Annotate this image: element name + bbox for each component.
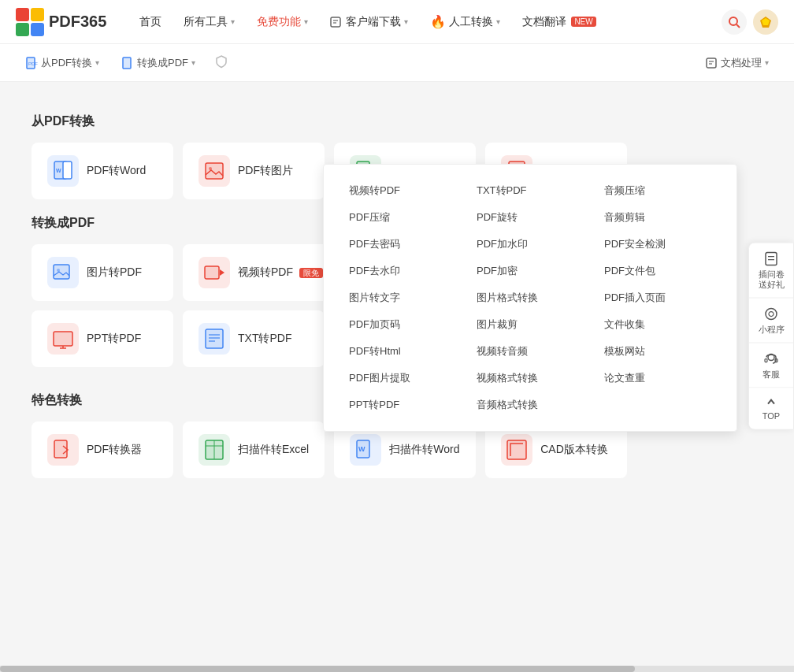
- dropdown-item-pdf-rotate[interactable]: PDF旋转: [467, 204, 593, 231]
- card-icon: [198, 434, 230, 466]
- headset-icon: [763, 351, 779, 367]
- toolbar: PDF 从PDF转换 ▾ 转换成PDF ▾ 文档处理 ▾: [0, 44, 794, 82]
- dropdown-item-pdf-security-check[interactable]: PDF安全检测: [595, 231, 721, 258]
- nav-human-convert[interactable]: 🔥 人工转换 ▾: [421, 9, 510, 34]
- svg-rect-3: [31, 23, 44, 36]
- dropdown-item-pdf-add-page-num[interactable]: PDF加页码: [339, 311, 466, 338]
- svg-rect-14: [707, 58, 716, 68]
- questionnaire-button[interactable]: 插问卷送好礼: [749, 243, 793, 298]
- card-label: PPT转PDF: [87, 332, 141, 346]
- dropdown-item-pdf-unlock[interactable]: PDF去密码: [339, 231, 466, 258]
- card-video-to-pdf[interactable]: 视频转PDF 限免: [183, 244, 339, 301]
- doc-process-button[interactable]: 文档处理 ▾: [696, 51, 778, 75]
- pro-badge: NEW: [571, 17, 596, 27]
- chevron-down-icon: ▾: [496, 17, 500, 26]
- card-label: 视频转PDF 限免: [238, 265, 323, 280]
- card-label: PDF转换器: [87, 443, 142, 457]
- dropdown-item-pdf-compress[interactable]: PDF压缩: [339, 204, 466, 231]
- back-to-top-button[interactable]: TOP: [749, 388, 793, 429]
- svg-point-7: [729, 17, 737, 25]
- to-pdf-button[interactable]: 转换成PDF ▾: [112, 51, 205, 75]
- card-img-to-pdf[interactable]: 图片转PDF: [32, 244, 173, 301]
- nav-home[interactable]: 首页: [130, 10, 171, 34]
- header: PDF365 首页 所有工具 ▾ 免费功能 ▾ 客户端下载 ▾ 🔥 人工转换 ▾…: [0, 0, 794, 44]
- card-ppt-to-pdf[interactable]: PPT转PDF: [32, 310, 173, 367]
- card-label: TXT转PDF: [238, 332, 291, 346]
- svg-marker-37: [220, 269, 224, 276]
- shield-icon: [214, 54, 228, 71]
- card-pdf-converter[interactable]: PDF转换器: [32, 421, 173, 478]
- card-label: 图片转PDF: [87, 265, 142, 280]
- dropdown-item-audio-format-convert[interactable]: 音频格式转换: [467, 392, 593, 418]
- dropdown-item-file-collect[interactable]: 文件收集: [595, 311, 721, 338]
- card-icon: [47, 323, 79, 355]
- svg-rect-32: [54, 265, 69, 279]
- dropdown-item-pdf-package[interactable]: PDF文件包: [595, 258, 721, 284]
- dropdown-item-pdf-remove-watermark[interactable]: PDF去水印: [339, 258, 466, 284]
- nav-doc-translate[interactable]: 文档翻译 NEW: [513, 10, 605, 34]
- dropdown-item-ocr[interactable]: 图片转文字: [339, 284, 466, 311]
- questionnaire-icon: [763, 251, 779, 266]
- svg-rect-72: [766, 252, 777, 265]
- svg-rect-2: [16, 23, 29, 36]
- from-pdf-button[interactable]: PDF 从PDF转换 ▾: [16, 51, 109, 75]
- miniapp-button[interactable]: 小程序: [749, 298, 793, 343]
- dropdown-item-pdf-extract-img[interactable]: PDF图片提取: [339, 365, 466, 392]
- customer-service-button[interactable]: 客服: [749, 343, 793, 388]
- header-right: [722, 9, 778, 35]
- svg-point-75: [766, 308, 777, 319]
- dropdown-item-pdf-encrypt[interactable]: PDF加密: [467, 258, 593, 284]
- chevron-down-icon: ▾: [231, 17, 235, 26]
- card-label: 扫描件转Word: [389, 443, 459, 457]
- nav-all-tools[interactable]: 所有工具 ▾: [174, 10, 244, 34]
- dropdown-item-video-format-convert[interactable]: 视频格式转换: [467, 365, 593, 392]
- toolbar-right: 文档处理 ▾: [696, 51, 778, 75]
- card-icon: W: [350, 434, 381, 466]
- svg-rect-78: [765, 359, 767, 362]
- vip-button[interactable]: [753, 9, 778, 35]
- dropdown-item-video-to-audio[interactable]: 视频转音频: [467, 338, 593, 365]
- logo-text: PDF365: [49, 13, 106, 31]
- right-sidebar: 插问卷送好礼 小程序 客服 TOP: [748, 242, 794, 430]
- free-features-dropdown: 视频转PDF PDF压缩 PDF去密码 PDF去水印 图片转文字 PDF加页码 …: [323, 164, 737, 432]
- logo[interactable]: PDF365: [16, 8, 106, 36]
- card-icon: [198, 323, 230, 355]
- card-label: CAD版本转换: [540, 443, 608, 457]
- svg-rect-12: [123, 58, 131, 69]
- chevron-down-icon: ▾: [304, 17, 308, 26]
- limited-badge: 限免: [299, 268, 323, 278]
- dropdown-item-pdf-add-watermark[interactable]: PDF加水印: [467, 231, 593, 258]
- card-scan-to-excel[interactable]: 扫描件转Excel: [183, 421, 325, 478]
- top-label: TOP: [762, 411, 780, 421]
- dropdown-item-template-site[interactable]: 模板网站: [595, 338, 721, 365]
- svg-rect-61: [54, 440, 67, 458]
- nav-download[interactable]: 客户端下载 ▾: [321, 10, 417, 34]
- svg-text:W: W: [358, 445, 365, 453]
- miniapp-icon: [763, 306, 779, 321]
- svg-rect-20: [63, 162, 72, 179]
- card-icon: [47, 434, 79, 466]
- dropdown-item-img-crop[interactable]: 图片裁剪: [467, 311, 593, 338]
- svg-text:PDF: PDF: [28, 61, 38, 66]
- search-button[interactable]: [722, 9, 747, 35]
- card-pdf-to-img[interactable]: PDF转图片: [183, 143, 325, 199]
- dropdown-item-img-format-convert[interactable]: 图片格式转换: [467, 284, 593, 311]
- dropdown-item-audio-compress[interactable]: 音频压缩: [595, 177, 721, 204]
- chevron-down-icon: ▾: [191, 58, 195, 67]
- card-pdf-to-word[interactable]: W PDF转Word: [32, 143, 173, 199]
- card-txt-to-pdf[interactable]: TXT转PDF: [183, 310, 325, 367]
- main-nav: 首页 所有工具 ▾ 免费功能 ▾ 客户端下载 ▾ 🔥 人工转换 ▾ 文档翻译 N…: [130, 9, 722, 34]
- dropdown-item-pdf-to-html[interactable]: PDF转Html: [339, 338, 466, 365]
- nav-free-features[interactable]: 免费功能 ▾: [247, 10, 317, 34]
- dropdown-item-ppt-to-pdf[interactable]: PPT转PDF: [339, 392, 466, 418]
- svg-rect-1: [31, 8, 44, 21]
- chevron-down-icon: ▾: [95, 58, 99, 67]
- dropdown-item-paper-check[interactable]: 论文查重: [595, 365, 721, 392]
- dropdown-item-pdf-insert-page[interactable]: PDF插入页面: [595, 284, 721, 311]
- customer-service-label: 客服: [762, 369, 780, 380]
- dropdown-item-video-to-pdf[interactable]: 视频转PDF: [339, 177, 466, 204]
- top-arrow-icon: [765, 396, 777, 409]
- dropdown-item-audio-cut[interactable]: 音频剪辑: [595, 204, 721, 231]
- chevron-down-icon: ▾: [404, 17, 408, 26]
- dropdown-item-txt-to-pdf[interactable]: TXT转PDF: [467, 177, 593, 204]
